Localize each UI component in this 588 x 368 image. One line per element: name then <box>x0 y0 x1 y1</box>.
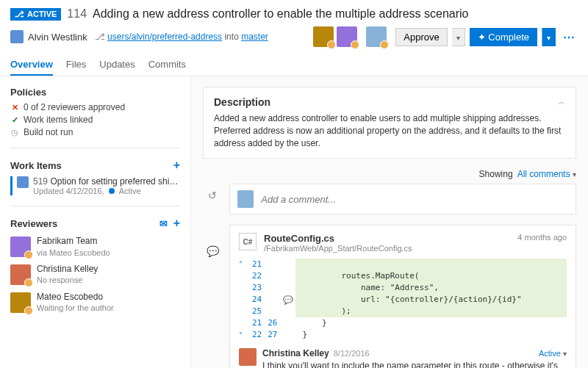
workitems-title: Work Items <box>10 160 62 171</box>
tab-updates[interactable]: Updates <box>99 54 135 76</box>
showing-label: Showing <box>479 169 513 179</box>
status-dot-icon <box>109 188 115 194</box>
reviewer-row[interactable]: Fabrikam Teamvia Mateo Escobedo <box>10 236 180 258</box>
chevron-down-icon: ▾ <box>456 34 460 42</box>
add-workitem-button[interactable]: + <box>173 159 180 172</box>
reviewers-title: Reviewers <box>10 218 57 229</box>
avatar <box>10 237 31 257</box>
branch-icon: ⎇ <box>95 32 105 42</box>
policy-build: ◷ Build not run <box>10 127 180 137</box>
comment-thread-item: Christina Kelley 8/12/2016 Active ▾ I th… <box>239 348 567 368</box>
workitem-row[interactable]: 519 Option for setting preferred shippin… <box>10 176 180 195</box>
reviewer-avatars <box>313 26 387 47</box>
branch-icon: ⎇ <box>15 10 24 19</box>
source-branch-link[interactable]: users/alvin/preferred-address <box>107 32 222 42</box>
expand-down-icon[interactable]: ˅ <box>239 331 243 339</box>
avatar <box>10 292 31 313</box>
reviewer-row[interactable]: Christina KelleyNo response <box>10 264 180 286</box>
avatar <box>237 190 254 208</box>
avatar <box>10 30 24 43</box>
author[interactable]: Alvin Westlink <box>10 30 87 43</box>
code-diff: ˄ ˅ 21222324252122 2627 💬 rout <box>239 259 567 341</box>
inline-comment-icon[interactable]: 💬 <box>283 295 293 305</box>
comment-text: I think you'll want to include the name … <box>262 360 567 368</box>
add-comment-input[interactable] <box>261 194 568 205</box>
more-actions[interactable]: ⋯ <box>560 30 578 44</box>
comment-icon[interactable]: 💬 <box>207 245 219 257</box>
reviewer-row[interactable]: Mateo EscobedoWaiting for the author <box>10 292 180 314</box>
avatar <box>10 264 31 285</box>
avatar <box>239 348 257 366</box>
complete-dropdown[interactable]: ▾ <box>542 28 556 46</box>
chevron-down-icon: ▾ <box>573 170 576 178</box>
description-body: Added a new address controller to enable… <box>214 112 565 149</box>
x-icon: ✕ <box>10 103 19 112</box>
mail-icon[interactable]: ✉ <box>159 218 168 229</box>
chevron-down-icon: ▾ <box>547 34 551 42</box>
pr-title: Adding a new address controller to enabl… <box>93 7 468 21</box>
expand-up-icon[interactable]: ˄ <box>239 260 246 268</box>
chevron-down-icon: ▾ <box>563 350 567 358</box>
policy-reviewers: ✕ 0 of 2 reviewers approved <box>10 102 180 112</box>
status-badge: ⎇ ACTIVE <box>10 8 61 21</box>
description-card: Description ︿ Added a new address contro… <box>203 87 576 159</box>
add-reviewer-button[interactable]: + <box>173 217 180 229</box>
approve-button[interactable]: Approve <box>395 28 447 46</box>
policies-title: Policies <box>10 87 180 98</box>
target-branch-link[interactable]: master <box>241 32 268 42</box>
file-diff-card: C# RouteConfig.cs /FabrikamWeb/App_Start… <box>229 225 576 368</box>
avatar[interactable] <box>337 26 357 47</box>
file-path: /FabrikamWeb/App_Start/RouteConfig.cs <box>264 244 412 253</box>
history-icon[interactable]: ↺ <box>208 190 217 201</box>
complete-button[interactable]: ✦ Complete <box>470 28 537 46</box>
comment-status-dropdown[interactable]: Active ▾ <box>539 349 567 358</box>
avatar[interactable] <box>313 26 334 47</box>
tab-commits[interactable]: Commits <box>148 54 186 76</box>
clock-icon: ◷ <box>10 128 19 137</box>
branch-info: ⎇ users/alvin/preferred-address into mas… <box>95 32 268 42</box>
policy-workitems: ✓ Work items linked <box>10 115 180 125</box>
check-icon: ✓ <box>10 115 19 124</box>
chevron-up-icon[interactable]: ︿ <box>558 97 565 107</box>
tab-overview[interactable]: Overview <box>10 54 53 76</box>
description-title: Description <box>214 96 270 108</box>
avatar <box>17 176 29 188</box>
add-comment-box[interactable] <box>229 184 576 214</box>
file-timestamp: 4 months ago <box>517 233 567 242</box>
file-name[interactable]: RouteConfig.cs <box>264 233 412 244</box>
check-icon: ✦ <box>478 32 486 43</box>
avatar[interactable] <box>366 26 387 47</box>
comment-author[interactable]: Christina Kelley <box>262 348 329 358</box>
pr-id: 114 <box>67 7 87 21</box>
comment-timestamp: 8/12/2016 <box>334 349 370 358</box>
tab-files[interactable]: Files <box>66 54 86 76</box>
csharp-file-icon: C# <box>239 233 257 250</box>
approve-dropdown[interactable]: ▾ <box>452 28 465 46</box>
comments-filter[interactable]: All comments ▾ <box>517 169 576 179</box>
